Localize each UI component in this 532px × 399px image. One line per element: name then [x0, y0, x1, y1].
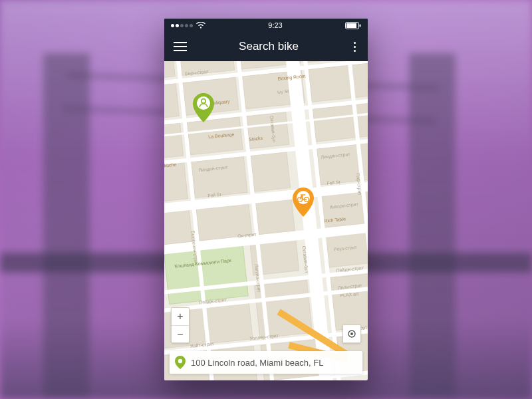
more-icon[interactable] — [350, 42, 358, 52]
map-pin-user[interactable] — [192, 93, 215, 122]
zoom-out-button[interactable]: − — [172, 325, 189, 342]
map-canvas[interactable]: Fulton St Берч-стрит Ivy St Грув-стрит H… — [164, 61, 368, 380]
svg-rect-2 — [359, 24, 360, 27]
zoom-in-button[interactable]: + — [172, 308, 189, 325]
address-text: 100 Lincoln road, Miami beach, FL — [191, 358, 323, 368]
zoom-control: + − — [171, 307, 190, 343]
wifi-icon — [196, 22, 205, 29]
status-time: 9:23 — [268, 21, 282, 29]
svg-point-9 — [350, 332, 353, 335]
page-title: Search bike — [239, 40, 299, 53]
nav-bar: Search bike — [164, 32, 368, 61]
battery-icon — [345, 22, 361, 29]
locate-button[interactable] — [342, 325, 361, 343]
svg-point-10 — [178, 359, 182, 363]
status-bar: 9:23 — [164, 19, 368, 32]
address-pin-icon — [175, 356, 186, 369]
target-icon — [347, 329, 356, 338]
menu-icon[interactable] — [174, 42, 187, 51]
map-pin-bike[interactable] — [292, 188, 315, 217]
svg-rect-1 — [346, 23, 356, 28]
address-bar[interactable]: 100 Lincoln road, Miami beach, FL — [170, 351, 362, 374]
phone-frame: 9:23 Search bike — [164, 19, 368, 380]
signal-dots-icon — [171, 24, 193, 27]
